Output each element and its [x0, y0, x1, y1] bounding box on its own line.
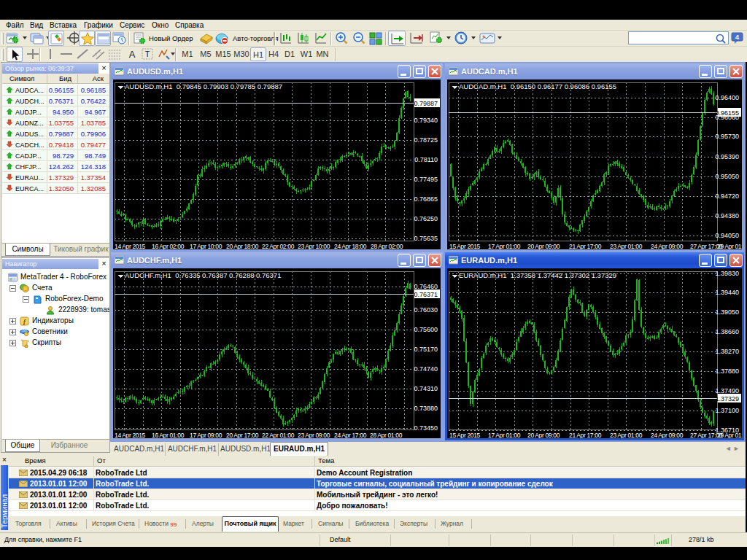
svg-text:1.37490: 1.37490: [715, 387, 739, 394]
svg-text:17 Apr 10:00: 17 Apr 10:00: [190, 243, 222, 249]
svg-text:AUDCHF.m,H1 0.76335 0.76387 0: AUDCHF.m,H1 0.76335 0.76387 0.76288 0.76…: [125, 271, 281, 279]
svg-text:0.73880: 0.73880: [414, 405, 438, 412]
svg-text:14 Apr 2015: 14 Apr 2015: [115, 432, 146, 438]
svg-text:16 Apr 02:00: 16 Apr 02:00: [152, 243, 185, 249]
svg-text:0.76371: 0.76371: [414, 291, 438, 298]
svg-text:1.37880: 1.37880: [715, 368, 739, 375]
svg-text:23 Apr 09:00: 23 Apr 09:00: [298, 432, 330, 438]
svg-text:20 Apr 17:00: 20 Apr 17:00: [226, 432, 259, 438]
svg-text:0.96400: 0.96400: [715, 94, 739, 101]
svg-text:20 Apr 09:00: 20 Apr 09:00: [527, 432, 560, 438]
svg-text:0.94720: 0.94720: [715, 192, 739, 200]
svg-text:23 Apr 01:00: 23 Apr 01:00: [610, 243, 643, 249]
svg-text:24 Apr 09:00: 24 Apr 09:00: [651, 243, 684, 249]
svg-text:28 Apr 01:00: 28 Apr 01:00: [370, 432, 403, 438]
svg-text:0.75635: 0.75635: [414, 235, 438, 242]
svg-text:0.76030: 0.76030: [414, 306, 438, 314]
svg-text:22 Apr 01:00: 22 Apr 01:00: [262, 432, 295, 438]
svg-text:0.75170: 0.75170: [414, 346, 438, 353]
svg-text:Терминал: Терминал: [1, 494, 8, 528]
svg-text:20 Apr 09:00: 20 Apr 09:00: [527, 243, 560, 249]
svg-text:23 Apr 10:00: 23 Apr 10:00: [298, 243, 330, 249]
svg-text:0.79887: 0.79887: [414, 100, 438, 107]
svg-text:0.79340: 0.79340: [414, 117, 438, 124]
svg-text:1.37100: 1.37100: [715, 407, 739, 414]
svg-text:28 Apr 02:00: 28 Apr 02:00: [371, 243, 403, 249]
svg-text:23 Apr 01:00: 23 Apr 01:00: [610, 432, 643, 438]
svg-text:1.37329: 1.37329: [715, 395, 739, 402]
svg-text:24 Apr 18:00: 24 Apr 18:00: [334, 243, 367, 249]
svg-text:0.94050: 0.94050: [715, 232, 739, 239]
svg-text:0.76460: 0.76460: [414, 283, 438, 290]
svg-text:17 Apr 01:00: 17 Apr 01:00: [488, 243, 521, 249]
svg-text:1.39830: 1.39830: [715, 270, 739, 277]
svg-text:0.76250: 0.76250: [414, 215, 438, 222]
svg-text:16 Apr 01:00: 16 Apr 01:00: [152, 432, 185, 438]
svg-text:29 Apr 01:00: 29 Apr 01:00: [717, 432, 742, 438]
svg-text:14 Apr 2015: 14 Apr 2015: [115, 243, 146, 249]
svg-text:1.38660: 1.38660: [715, 328, 739, 335]
svg-text:0.96155: 0.96155: [715, 109, 739, 117]
svg-text:1.39050: 1.39050: [715, 308, 739, 316]
svg-text:0.95390: 0.95390: [715, 153, 739, 160]
svg-text:1.38270: 1.38270: [715, 348, 739, 355]
svg-text:0.74310: 0.74310: [414, 385, 438, 392]
svg-text:21 Apr 17:00: 21 Apr 17:00: [569, 432, 602, 438]
svg-text:0.78725: 0.78725: [414, 136, 438, 144]
svg-text:29 Apr 01:00: 29 Apr 01:00: [717, 243, 742, 249]
svg-text:20 Apr 18:00: 20 Apr 18:00: [226, 243, 259, 249]
svg-text:0.77495: 0.77495: [414, 176, 438, 183]
svg-text:AUDCAD.m,H1 0.96150 0.96177 0: AUDCAD.m,H1 0.96150 0.96177 0.96086 0.96…: [459, 82, 616, 90]
svg-text:0.78110: 0.78110: [414, 156, 438, 163]
svg-text:24 Apr 09:00: 24 Apr 09:00: [651, 432, 684, 438]
svg-text:AUDUSD.m,H1 0.79845 0.79903 0: AUDUSD.m,H1 0.79845 0.79903 0.79785 0.79…: [125, 82, 282, 90]
svg-text:22 Apr 02:00: 22 Apr 02:00: [262, 243, 295, 249]
svg-text:0.94380: 0.94380: [715, 212, 739, 219]
svg-text:0.74740: 0.74740: [414, 365, 438, 373]
svg-text:0.75600: 0.75600: [414, 326, 438, 333]
svg-text:0.76865: 0.76865: [414, 195, 438, 203]
svg-text:1.39440: 1.39440: [715, 289, 739, 296]
svg-text:0.95050: 0.95050: [715, 173, 739, 180]
svg-text:15 Apr 2015: 15 Apr 2015: [449, 243, 481, 249]
svg-text:4: 4: [735, 34, 739, 41]
svg-text:17 Apr 09:00: 17 Apr 09:00: [190, 432, 222, 438]
svg-text:21 Apr 17:00: 21 Apr 17:00: [569, 243, 602, 249]
svg-text:15 Apr 2015: 15 Apr 2015: [449, 432, 481, 438]
svg-text:17 Apr 01:00: 17 Apr 01:00: [488, 432, 521, 438]
svg-text:0.73450: 0.73450: [414, 424, 438, 432]
svg-text:24 Apr 17:00: 24 Apr 17:00: [334, 432, 367, 438]
svg-text:T: T: [145, 50, 150, 58]
svg-text:0.95730: 0.95730: [715, 133, 739, 140]
svg-text:EURAUD.m,H1 1.37358 1.37442 1: EURAUD.m,H1 1.37358 1.37442 1.37302 1.37…: [459, 271, 616, 279]
